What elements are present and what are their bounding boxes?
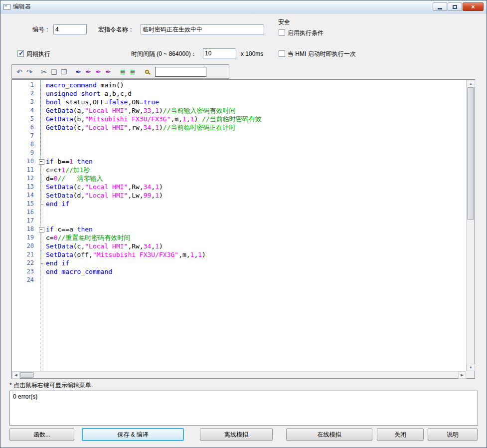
code-line[interactable]: 2unsigned short a,b,c,d bbox=[12, 89, 466, 98]
vertical-scrollbar[interactable]: ▲ ▼ bbox=[466, 80, 475, 371]
minimize-button[interactable] bbox=[433, 2, 447, 11]
line-number: 17 bbox=[12, 217, 35, 225]
scroll-down-icon[interactable]: ▼ bbox=[467, 364, 475, 371]
paste-icon[interactable]: ❐ bbox=[59, 67, 69, 77]
code-line[interactable]: 18if c==a then bbox=[12, 225, 466, 233]
code-line[interactable]: 10if b==1 then bbox=[12, 157, 466, 166]
maximize-button[interactable] bbox=[448, 2, 462, 11]
search-input[interactable] bbox=[155, 67, 206, 77]
compile-icon[interactable]: ✒ bbox=[73, 67, 83, 77]
code-text: bool status,OFF=false,ON=true bbox=[46, 98, 159, 106]
run-on-start-checkbox[interactable] bbox=[279, 50, 285, 57]
code-line[interactable]: 3bool status,OFF=false,ON=true bbox=[12, 98, 466, 106]
code-line[interactable]: 6GetData(c,"Local HMI",rw,34,1)//当前临时密码正… bbox=[12, 123, 466, 132]
code-line[interactable]: 7 bbox=[12, 132, 466, 140]
code-text: d=0// 清零输入 bbox=[46, 174, 103, 183]
number-input[interactable] bbox=[53, 24, 87, 34]
enable-condition-checkbox[interactable] bbox=[279, 29, 285, 36]
find-icon[interactable] bbox=[142, 67, 152, 77]
toolbar-icons: ↶↷✂❏❐✒✒✒✒≣≣ bbox=[14, 67, 152, 77]
online-sim-button[interactable]: 在线模拟 bbox=[286, 428, 372, 441]
vertical-scroll-track[interactable] bbox=[467, 87, 475, 364]
functions-button[interactable]: 函数... bbox=[9, 428, 74, 441]
scrollbar-corner bbox=[466, 371, 475, 378]
interval-label: 时间间隔 (0 ~ 864000)： bbox=[131, 49, 197, 59]
code-text: end macro_command bbox=[46, 267, 112, 276]
horizontal-scroll-track[interactable] bbox=[20, 372, 458, 378]
code-text: if c==a then bbox=[46, 225, 93, 233]
line-number: 7 bbox=[12, 132, 35, 140]
fold-toggle-icon[interactable] bbox=[35, 225, 46, 233]
fold-gutter bbox=[35, 267, 46, 276]
code-line[interactable]: 19c=0//重置临时密码有效时间 bbox=[12, 233, 466, 242]
code-line[interactable]: 22end if bbox=[12, 259, 466, 267]
code-line[interactable]: 8 bbox=[12, 140, 466, 149]
code-text: SetData(d,"Local HMI",Lw,99,1) bbox=[46, 191, 163, 200]
code-line[interactable]: 12d=0// 清零输入 bbox=[12, 174, 466, 183]
undo-icon[interactable]: ↶ bbox=[14, 67, 24, 77]
code-line[interactable]: 1macro_command main() bbox=[12, 81, 466, 89]
line-number: 14 bbox=[12, 191, 35, 200]
fold-gutter bbox=[35, 106, 46, 115]
scroll-up-icon[interactable]: ▲ bbox=[467, 80, 475, 87]
code-line[interactable]: 21SetData(off,"Mitsubishi FX3U/FX3G",m,1… bbox=[12, 250, 466, 259]
horizontal-scrollbar[interactable]: ◀ ▶ bbox=[12, 371, 466, 378]
close-button[interactable]: × bbox=[463, 2, 484, 11]
outdent-icon[interactable]: ≣ bbox=[128, 67, 138, 77]
code-line[interactable]: 24 bbox=[12, 276, 466, 284]
horizontal-scroll-thumb[interactable] bbox=[20, 372, 34, 378]
fold-gutter bbox=[35, 166, 46, 174]
line-number: 11 bbox=[12, 166, 35, 174]
scroll-right-icon[interactable]: ▶ bbox=[458, 372, 466, 379]
offline-sim-button[interactable]: 离线模拟 bbox=[200, 428, 273, 441]
code-text: GetData(b,"Mitsubishi FX3U/FX3G",m,1,1) … bbox=[46, 115, 262, 123]
line-number: 18 bbox=[12, 225, 35, 233]
fold-gutter bbox=[35, 200, 46, 208]
line-number: 19 bbox=[12, 233, 35, 242]
help-button[interactable]: 说明 bbox=[428, 428, 478, 441]
redo-icon[interactable]: ↷ bbox=[24, 67, 34, 77]
periodic-checkbox[interactable] bbox=[17, 50, 24, 57]
line-number: 5 bbox=[12, 115, 35, 123]
trace-icon[interactable]: ✒ bbox=[83, 67, 93, 77]
indent-icon[interactable]: ≣ bbox=[118, 67, 128, 77]
code-line[interactable]: 16 bbox=[12, 208, 466, 217]
code-line[interactable]: 9 bbox=[12, 149, 466, 157]
code-line[interactable]: 15end if bbox=[12, 200, 466, 208]
code-line[interactable]: 14SetData(d,"Local HMI",Lw,99,1) bbox=[12, 191, 466, 200]
code-line[interactable]: 4GetData(a,"Local HMI",Rw,33,1)//当前输入密码有… bbox=[12, 106, 466, 115]
syntax-check-icon[interactable]: ✒ bbox=[93, 67, 103, 77]
code-line[interactable]: 11c=c+1//加1秒 bbox=[12, 166, 466, 174]
code-lines[interactable]: 1macro_command main()2unsigned short a,b… bbox=[12, 80, 466, 371]
message-panel[interactable]: 0 error(s) bbox=[9, 391, 478, 426]
scroll-left-icon[interactable]: ◀ bbox=[12, 372, 20, 379]
code-line[interactable]: 23end macro_command bbox=[12, 267, 466, 276]
fold-gutter bbox=[35, 174, 46, 183]
fold-gutter bbox=[35, 149, 46, 157]
line-number: 16 bbox=[12, 208, 35, 217]
code-line[interactable]: 13SetData(c,"Local HMI",Rw,34,1) bbox=[12, 183, 466, 191]
line-number: 13 bbox=[12, 183, 35, 191]
run-on-start-label: 当 HMI 启动时即执行一次 bbox=[288, 49, 356, 59]
address-check-icon[interactable]: ✒ bbox=[103, 67, 113, 77]
fold-toggle-icon[interactable] bbox=[35, 157, 46, 166]
vertical-scroll-thumb[interactable] bbox=[467, 87, 474, 220]
line-number: 15 bbox=[12, 200, 35, 208]
periodic-label: 周期执行 bbox=[26, 49, 50, 59]
close-dialog-button[interactable]: 关闭 bbox=[377, 428, 424, 441]
line-number: 6 bbox=[12, 123, 35, 132]
code-editor[interactable]: 1macro_command main()2unsigned short a,b… bbox=[11, 79, 475, 379]
copy-icon[interactable]: ❏ bbox=[49, 67, 59, 77]
editor-toolbar: ↶↷✂❏❐✒✒✒✒≣≣ bbox=[11, 64, 229, 79]
number-label: 编号： bbox=[32, 24, 50, 34]
editor-window: 编辑器 × 编号： 宏指令名称： 安全 启用执行条件 周期执行 时间间隔 (0 … bbox=[0, 0, 487, 448]
title-bar[interactable]: 编辑器 × bbox=[0, 0, 487, 13]
code-line[interactable]: 5GetData(b,"Mitsubishi FX3U/FX3G",m,1,1)… bbox=[12, 115, 466, 123]
code-line[interactable]: 17 bbox=[12, 217, 466, 225]
cut-icon[interactable]: ✂ bbox=[39, 67, 49, 77]
save-compile-button[interactable]: 保存 & 编译 bbox=[82, 428, 184, 441]
macro-name-input[interactable] bbox=[141, 24, 264, 34]
code-line[interactable]: 20SetData(c,"Local HMI",Rw,34,1) bbox=[12, 242, 466, 250]
edit-menu-hint: * 点击鼠标右键可显示编辑菜单. bbox=[9, 381, 93, 390]
interval-input[interactable] bbox=[203, 48, 236, 58]
